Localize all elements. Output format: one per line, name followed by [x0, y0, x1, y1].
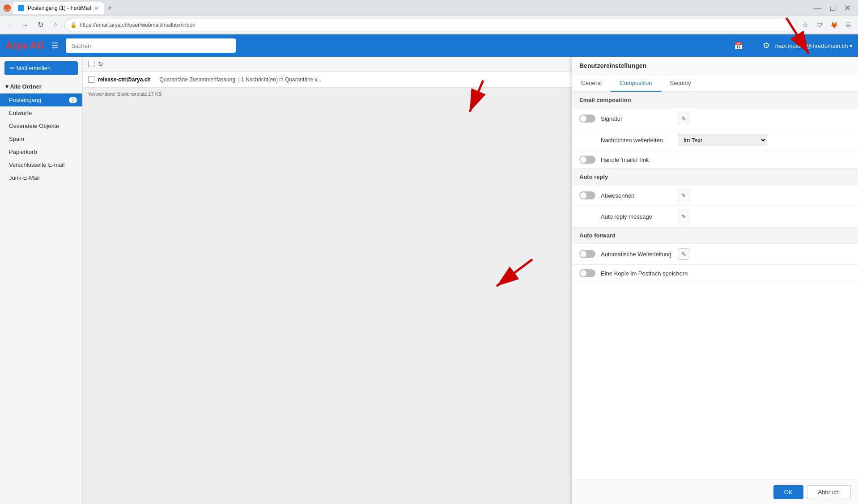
eine-kopie-toggle[interactable] [579, 269, 595, 277]
folder-label-gesendete: Gesendete Objekte [9, 123, 59, 129]
signatur-toggle[interactable] [579, 114, 595, 123]
reload-button[interactable]: ↻ [34, 19, 47, 31]
tab-security[interactable]: Security [661, 75, 700, 92]
tab-close-btn[interactable]: × [94, 4, 98, 12]
settings-panel: Benutzereinstellungen General Compositio… [572, 57, 858, 504]
address-bar[interactable]: 🔒 https://email.arya.ch/user/webmail/mai… [64, 19, 796, 31]
sidebar-item-gesendete[interactable]: Gesendete Objekte [0, 119, 82, 132]
compose-button[interactable]: ✏ Mail erstellen [4, 61, 78, 75]
search-input[interactable] [66, 38, 236, 53]
sidebar-item-posteingang[interactable]: Posteingang 1 [0, 93, 82, 106]
signatur-edit-button[interactable]: ✎ [678, 113, 689, 124]
bookmark-icon[interactable]: ☆ [799, 19, 811, 31]
email-from: release-ctrl@arya.ch [98, 76, 151, 83]
browser-titlebar: 🦊 Posteingang (1) - FortiMail × + — □ ✕ [0, 0, 858, 16]
user-email[interactable]: max.muster@ihredomain.ch ▾ [775, 42, 853, 49]
folder-label-verschlusselte: Verschlüsselte E-mail [9, 161, 64, 168]
folder-label-junk: Junk-E-Mail [9, 174, 40, 181]
nachrichten-label: Nachrichten weiterleiten [601, 137, 672, 144]
settings-title: Benutzereinstellungen [572, 57, 858, 75]
auto-reply-message-row: Auto reply message ✎ [572, 206, 858, 227]
close-icon[interactable]: ✕ [841, 3, 854, 13]
home-button[interactable]: ⌂ [49, 19, 62, 31]
sidebar-item-verschlusselte[interactable]: Verschlüsselte E-mail [0, 158, 82, 171]
auto-reply-message-label: Auto reply message [601, 213, 672, 220]
browser-icon: 🦊 [4, 4, 11, 12]
contact-icon[interactable]: 👤 [748, 42, 757, 50]
automatische-weiterleitung-edit-button[interactable]: ✎ [678, 248, 689, 260]
auto-reply-section: Auto reply [572, 169, 858, 185]
maximize-icon[interactable]: □ [827, 4, 839, 13]
eine-kopie-label: Eine Kopie im Postfach speichern [601, 270, 688, 277]
select-all-checkbox[interactable] [88, 61, 94, 67]
sidebar-item-junk[interactable]: Junk-E-Mail [0, 171, 82, 184]
email-checkbox[interactable] [88, 76, 94, 83]
window-controls: — □ ✕ [810, 3, 854, 13]
header-right: 📅 👤 ⚙ max.muster@ihredomain.ch ▾ [734, 41, 853, 51]
main-content: ✏ Mail erstellen ▾ Alle Ordner Posteinga… [0, 57, 858, 504]
email-subject: Quarantäne-Zusammenfassung: | 1 Nachrich… [159, 76, 321, 83]
forward-button[interactable]: → [19, 19, 31, 31]
hamburger-menu[interactable]: ☰ [50, 39, 60, 52]
fox-icon[interactable]: 🦊 [828, 19, 840, 31]
automatische-weiterleitung-toggle[interactable] [579, 250, 595, 258]
settings-tabs: General Composition Security [572, 75, 858, 92]
email-composition-section: Email composition [572, 92, 858, 108]
tab-general[interactable]: General [572, 75, 611, 92]
app-container: Arya AG ☰ 📅 👤 ⚙ max.muster@ihredomain.ch… [0, 34, 858, 504]
email-content: release-ctrl@arya.ch Quarantäne-Zusammen… [98, 76, 566, 83]
auto-reply-message-edit-button[interactable]: ✎ [678, 211, 689, 222]
handle-mailto-row: Handle 'mailto' link [572, 151, 858, 169]
nachrichten-row: Nachrichten weiterleiten Im Text Als Anh… [572, 129, 858, 151]
address-text: https://email.arya.ch/user/webmail/mailb… [80, 22, 195, 28]
app-header: Arya AG ☰ 📅 👤 ⚙ max.muster@ihredomain.ch… [0, 34, 858, 57]
browser-tab[interactable]: Posteingang (1) - FortiMail × [13, 2, 104, 14]
browser-toolbar-icons: ☆ 🛡 🦊 ☰ [799, 19, 854, 31]
sidebar-item-spam[interactable]: Spam [0, 132, 82, 145]
app-logo: Arya AG [5, 40, 44, 51]
settings-gear-icon[interactable]: ⚙ [763, 41, 770, 51]
sidebar-item-entworfe[interactable]: Entwürfe [0, 106, 82, 119]
auto-forward-section: Auto forward [572, 227, 858, 244]
sidebar-item-papierkorb[interactable]: Papierkorb [0, 145, 82, 158]
tab-favicon [18, 5, 24, 11]
all-folders[interactable]: ▾ Alle Ordner [0, 80, 82, 93]
folder-label-papierkorb: Papierkorb [9, 148, 37, 155]
eine-kopie-row: Eine Kopie im Postfach speichern [572, 265, 858, 282]
sidebar: ✏ Mail erstellen ▾ Alle Ordner Posteinga… [0, 57, 83, 504]
email-list-header: ↻ [83, 57, 572, 72]
automatische-weiterleitung-edit-icon: ✎ [681, 251, 686, 258]
nachrichten-select[interactable]: Im Text Als Anhang [678, 134, 767, 146]
tab-title: Posteingang (1) - FortiMail [28, 5, 91, 11]
signatur-edit-icon: ✎ [681, 115, 686, 122]
ok-button[interactable]: OK [773, 485, 803, 499]
folder-label-spam: Spam [9, 136, 24, 142]
signatur-row: Signatur ✎ [572, 108, 858, 129]
calendar-icon[interactable]: 📅 [734, 42, 743, 50]
menu-icon[interactable]: ☰ [842, 19, 854, 31]
posteingang-badge: 1 [69, 97, 77, 103]
automatische-weiterleitung-label: Automatische Weiterleitung [601, 251, 672, 258]
abwesenheit-toggle[interactable] [579, 191, 595, 199]
abwesenheit-edit-icon: ✎ [681, 192, 686, 199]
settings-footer: OK Abbruch [572, 479, 858, 504]
lock-icon: 🔒 [70, 22, 77, 28]
back-button[interactable]: ← [4, 19, 16, 31]
tab-composition[interactable]: Composition [611, 75, 661, 92]
folder-label-entworfe: Entwürfe [9, 110, 32, 116]
signatur-label: Signatur [601, 115, 672, 122]
storage-info: Verwendeter Speicherplatz 17 KB [83, 88, 572, 100]
handle-mailto-label: Handle 'mailto' link [601, 157, 672, 163]
email-row[interactable]: release-ctrl@arya.ch Quarantäne-Zusammen… [83, 72, 572, 88]
handle-mailto-toggle[interactable] [579, 156, 595, 164]
minimize-icon[interactable]: — [810, 4, 825, 13]
abwesenheit-edit-button[interactable]: ✎ [678, 190, 689, 201]
shield-icon[interactable]: 🛡 [813, 19, 826, 31]
email-list: ↻ release-ctrl@arya.ch Quarantäne-Zusamm… [83, 57, 572, 504]
auto-reply-message-edit-icon: ✎ [681, 213, 686, 220]
new-tab-button[interactable]: + [104, 2, 116, 14]
cancel-button[interactable]: Abbruch [807, 485, 851, 499]
abwesenheit-label: Abwesenheit [601, 192, 672, 199]
refresh-icon[interactable]: ↻ [98, 60, 103, 68]
automatische-weiterleitung-row: Automatische Weiterleitung ✎ [572, 244, 858, 265]
